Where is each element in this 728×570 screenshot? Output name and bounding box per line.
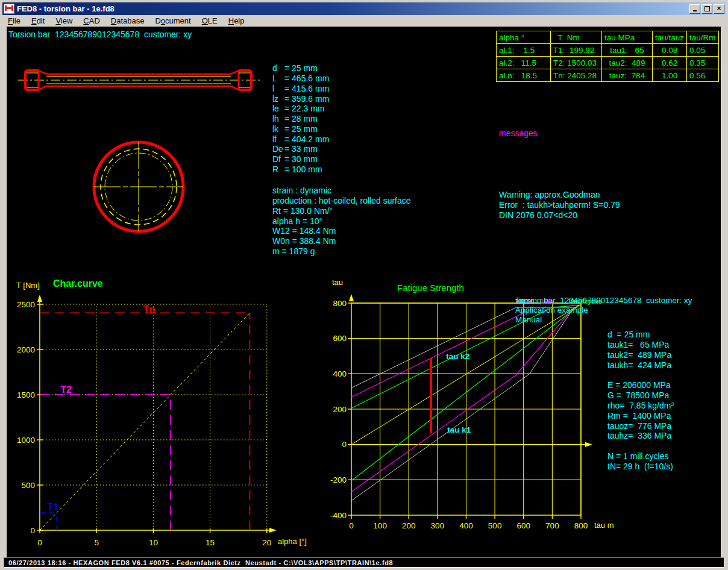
- menu-item[interactable]: CAD: [78, 16, 105, 26]
- dimension-row: lf= 404.2 mm: [272, 134, 329, 145]
- menu-item[interactable]: Document: [149, 16, 196, 26]
- results-row: al.2: 11.5T2: 1500.03tau2: 4890.620.35: [497, 57, 719, 69]
- menu-item[interactable]: OLE: [196, 16, 223, 26]
- results-cell: tau1: 65: [602, 44, 653, 57]
- results-cell: 0.56: [687, 69, 719, 82]
- strain-line: m = 1879 g: [272, 246, 411, 257]
- material-data-line: E = 206000 MPa: [607, 380, 674, 390]
- results-header-cell: alpha °: [497, 31, 551, 44]
- dimension-row: le= 22.3 mm: [272, 104, 329, 114]
- app-icon: [4, 4, 14, 14]
- dimension-row: lz= 359.6 mm: [272, 94, 329, 104]
- strain-line: strain : dynamic: [272, 186, 411, 196]
- application-window: 0510152005001000150020002500TnT2T1 01002…: [0, 0, 728, 570]
- menu-item[interactable]: Edit: [26, 16, 50, 26]
- message-line: Warning: approx.Goodman: [499, 190, 620, 200]
- results-row: al.n: 18.5Tn: 2405.28tauz: 7841.000.56: [497, 69, 719, 82]
- results-header-cell: tau/Rm: [687, 31, 719, 44]
- chart1-y-axis-label: T [Nm]: [16, 281, 40, 291]
- material-data-line: tN= 29 h (f=10/s): [607, 462, 674, 472]
- material-data-line: rho= 7.85 kg/dm³: [607, 401, 674, 411]
- results-cell: al.2: 11.5: [497, 57, 551, 69]
- results-cell: 0.05: [687, 44, 719, 57]
- results-cell: 0.08: [653, 44, 687, 57]
- results-cell: Tn: 2405.28: [551, 69, 602, 82]
- results-cell: T1: 199.92: [551, 44, 602, 57]
- results-header-row: alpha ° T Nmtau MPatau/tauztau/Rm: [497, 31, 719, 44]
- dimension-row: lk= 25 mm: [272, 124, 329, 134]
- window-title: FED8 - torsion bar - 1e.fd8: [17, 4, 115, 13]
- results-cell: al.1: 1.5: [497, 44, 551, 57]
- messages-block: messages Warning: approx.GoodmanError : …: [499, 108, 620, 241]
- results-cell: 0.35: [687, 57, 719, 69]
- dimension-row: L= 465.6 mm: [272, 74, 329, 84]
- status-text: 06/27/2013 18:16 - HEXAGON FED8 V6.1 #00…: [8, 559, 393, 566]
- material-data-line: tauhz= 336 MPa: [607, 431, 674, 441]
- menu-item[interactable]: File: [2, 16, 26, 26]
- message-line: DIN 2076 0.07<d<20: [499, 210, 620, 221]
- dimension-row: lh= 28 mm: [272, 114, 329, 124]
- dimension-list: d= 25 mmL= 465.6 mml= 415.6 mmlz= 359.6 …: [272, 33, 329, 175]
- dimension-row: De= 33 mm: [272, 144, 329, 154]
- title-bar: FED8 - torsion bar - 1e.fd8 ✕: [2, 2, 726, 15]
- material-data-line: tauk1= 65 MPa: [607, 340, 674, 350]
- results-cell: tau2: 489: [602, 57, 653, 69]
- results-header-cell: tau MPa: [602, 31, 653, 44]
- menu-item[interactable]: Help: [223, 16, 250, 26]
- chart2-title: Fatigue Strength: [397, 283, 464, 293]
- material-data-line: N = 1 mill.cycles: [607, 451, 674, 462]
- material-data-line: d = 25 mm: [607, 330, 674, 340]
- results-cell: T2: 1500.03: [551, 57, 602, 69]
- strain-line: alpha h = 10°: [272, 216, 411, 227]
- results-cell: al.n: 18.5: [497, 69, 551, 82]
- strain-line: W0n = 388.4 Nm: [272, 236, 411, 246]
- results-header-cell: T Nm: [551, 31, 602, 44]
- messages-title: messages: [499, 128, 620, 139]
- strain-line: production : hot-coiled, rolled surface: [272, 196, 411, 206]
- minimize-button[interactable]: [689, 4, 700, 14]
- chart2-x-axis-label: tau m: [594, 521, 614, 531]
- material-data-line: [607, 371, 674, 381]
- material-data-panel: d = 25 mmtauk1= 65 MPatauk2= 489 MPatauk…: [607, 299, 674, 472]
- strain-line: W12 = 148.4 Nm: [272, 226, 411, 236]
- menu-item[interactable]: View: [50, 16, 78, 26]
- results-row: al.1: 1.5T1: 199.92tau1: 650.080.05: [497, 44, 719, 57]
- material-data-line: tauoz= 776 MPa: [607, 421, 674, 431]
- material-data-line: [607, 441, 674, 451]
- messages-lines: Warning: approx.GoodmanError : taukh>tau…: [499, 159, 620, 221]
- chart1-x-axis-label: alpha [°]: [278, 537, 307, 547]
- dimension-row: d= 25 mm: [272, 63, 329, 74]
- material-data-line: taukh= 424 MPa: [607, 360, 674, 371]
- dimension-row: l= 415.6 mm: [272, 84, 329, 94]
- menu-bar: FileEditViewCADDatabaseDocumentOLEHelp: [2, 15, 726, 27]
- results-cell: 0.62: [653, 57, 687, 69]
- material-data-line: Rm = 1400 MPa: [607, 411, 674, 421]
- message-line: Error : taukh>tauhperm! S=0.79: [499, 200, 620, 210]
- results-header-cell: tau/tauz: [653, 31, 687, 44]
- maximize-button[interactable]: [701, 4, 712, 14]
- close-button[interactable]: ✕: [714, 4, 724, 14]
- status-bar: 06/27/2013 18:16 - HEXAGON FED8 V6.1 #00…: [4, 557, 724, 568]
- menu-item[interactable]: Database: [105, 16, 150, 26]
- strain-block: strain : dynamicproduction : hot-coiled,…: [272, 155, 411, 257]
- chart1-title: Char.curve: [53, 279, 103, 289]
- results-table: alpha ° T Nmtau MPatau/tauztau/Rm al.1: …: [496, 31, 719, 82]
- material-data-line: tauk2= 489 MPa: [607, 350, 674, 360]
- results-cell: 1.00: [653, 69, 687, 82]
- drawing-title: Torsion bar 123456789012345678 customer:…: [8, 30, 192, 40]
- results-cell: tauz: 784: [602, 69, 653, 82]
- chart2-y-axis-label: tau: [332, 278, 343, 288]
- material-data-line: G = 78500 MPa: [607, 390, 674, 401]
- strain-line: Rt = 130.0 Nm/°: [272, 206, 411, 216]
